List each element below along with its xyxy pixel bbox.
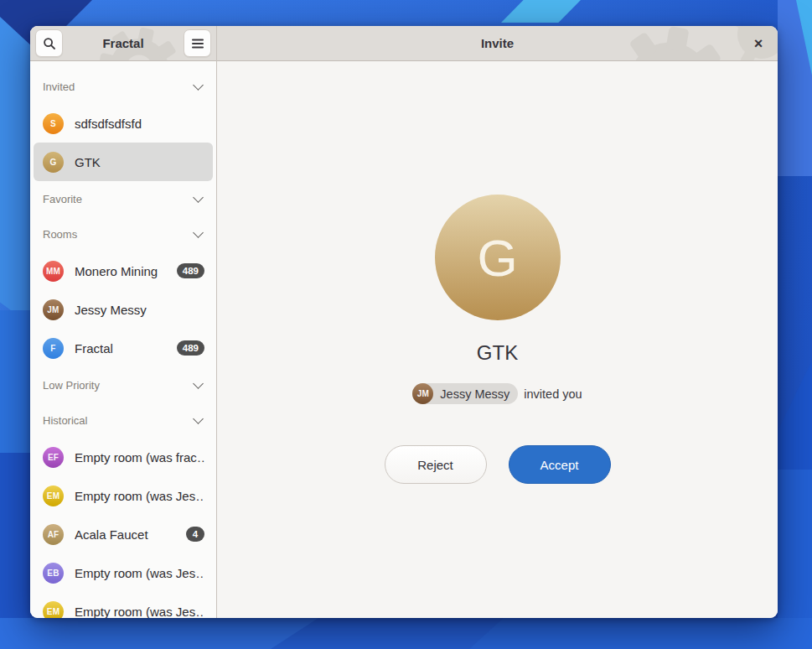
section-label: Historical <box>43 414 87 427</box>
sidebar-section-low-priority[interactable]: Low Priority <box>30 367 216 402</box>
unread-badge: 4 <box>186 527 204 542</box>
reject-button[interactable]: Reject <box>385 445 487 484</box>
inviter-row: JM Jessy Messy invited you <box>412 383 582 404</box>
room-avatar: S <box>43 113 64 134</box>
view-title: Invite <box>217 26 778 60</box>
room-item-fractal[interactable]: F Fractal 489 <box>34 329 213 367</box>
inviter-pill: JM Jessy Messy <box>412 383 518 404</box>
room-avatar: AF <box>43 524 64 545</box>
room-name: Jessy Messy <box>75 303 204 317</box>
room-item-acala-faucet[interactable]: AF Acala Faucet 4 <box>34 515 213 553</box>
room-avatar: EB <box>43 563 64 584</box>
room-item-empty-room-3[interactable]: EB Empty room (was Jes… <box>34 553 213 592</box>
accept-button[interactable]: Accept <box>509 445 611 484</box>
menu-button[interactable] <box>184 29 211 57</box>
invited-text: invited you <box>524 387 582 401</box>
room-item-empty-room-2[interactable]: EM Empty room (was Jes… <box>34 476 213 515</box>
unread-badge: 489 <box>177 340 204 356</box>
section-label: Invited <box>43 80 75 93</box>
wallpaper-shape <box>0 618 318 649</box>
wallpaper-shape <box>778 361 812 478</box>
sidebar-section-historical[interactable]: Historical <box>30 402 216 438</box>
close-button[interactable]: × <box>747 33 769 55</box>
sidebar: Fractal Invited S sdfsdfsdfsfd G GTK <box>30 26 217 618</box>
fractal-window: Fractal Invited S sdfsdfsdfsfd G GTK <box>30 26 778 618</box>
room-name: sdfsdfsdfsfd <box>75 117 204 131</box>
chevron-down-icon <box>193 80 204 91</box>
wallpaper-shape <box>501 0 581 23</box>
sidebar-section-favorite[interactable]: Favorite <box>30 181 216 216</box>
sidebar-section-invited[interactable]: Invited <box>30 69 216 104</box>
inviter-avatar: JM <box>412 383 433 404</box>
room-list: Invited S sdfsdfsdfsfd G GTK Favorite Ro… <box>30 61 216 618</box>
room-avatar: EM <box>43 485 64 506</box>
room-avatar-large: G <box>435 195 561 320</box>
room-avatar: F <box>43 338 64 359</box>
room-item-gtk[interactable]: G GTK <box>34 143 213 181</box>
invite-actions: Reject Accept <box>385 445 611 484</box>
room-name: Empty room (was Jes… <box>75 605 204 619</box>
inviter-name: Jessy Messy <box>440 387 509 401</box>
room-avatar: MM <box>43 261 64 282</box>
room-item-empty-room-4[interactable]: EM Empty room (was Jes… <box>34 592 213 618</box>
chevron-down-icon <box>193 227 204 238</box>
wallpaper-shape <box>0 17 34 327</box>
sidebar-section-rooms[interactable]: Rooms <box>30 216 216 252</box>
room-name: GTK <box>75 155 204 169</box>
room-name: Acala Faucet <box>75 527 175 542</box>
room-name: Fractal <box>75 341 166 356</box>
section-label: Low Priority <box>43 379 100 392</box>
chevron-down-icon <box>193 378 204 389</box>
room-name: Empty room (was frac… <box>75 450 204 465</box>
sidebar-headerbar: Fractal <box>30 26 216 61</box>
room-avatar: EF <box>43 447 64 468</box>
wallpaper-shape <box>469 618 812 649</box>
section-label: Favorite <box>43 193 82 205</box>
invite-pane: G GTK JM Jessy Messy invited you Reject … <box>217 61 778 618</box>
room-item-monero-mining[interactable]: MM Monero Mining 489 <box>34 252 213 290</box>
room-name: Empty room (was Jes… <box>75 489 204 503</box>
invite-view: Invite × G GTK JM Jessy Messy invited yo… <box>217 26 778 618</box>
room-avatar: G <box>43 152 64 173</box>
room-avatar: JM <box>43 299 64 320</box>
section-label: Rooms <box>43 228 77 241</box>
hamburger-menu-icon <box>192 39 204 49</box>
room-item-jessy-messy[interactable]: JM Jessy Messy <box>34 290 213 329</box>
close-icon: × <box>754 35 763 52</box>
wallpaper-shape <box>0 310 34 461</box>
room-name: Empty room (was Jes… <box>75 566 204 580</box>
room-name: Monero Mining <box>75 264 166 278</box>
room-item-empty-room-1[interactable]: EF Empty room (was frac… <box>34 438 213 476</box>
chevron-down-icon <box>193 413 204 424</box>
room-item-sdfsdfsdfsfd[interactable]: S sdfsdfsdfsfd <box>34 104 213 143</box>
chevron-down-icon <box>193 192 204 203</box>
main-headerbar: Invite × <box>217 26 778 61</box>
unread-badge: 489 <box>177 263 204 278</box>
room-title: GTK <box>477 341 518 365</box>
room-avatar: EM <box>43 601 64 619</box>
